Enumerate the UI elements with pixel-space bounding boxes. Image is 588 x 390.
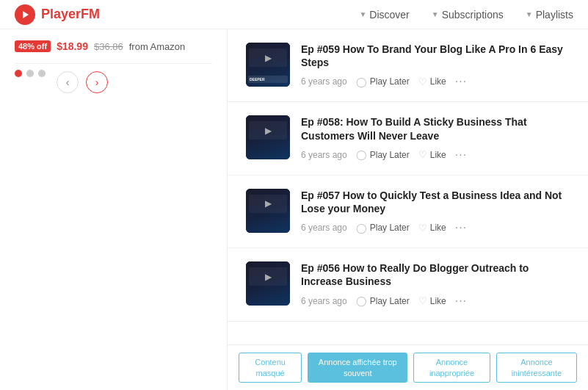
logo-icon — [15, 4, 35, 25]
episode-item: ▶ Ep #058: How To Build A Sticky Busines… — [228, 102, 588, 175]
chevron-down-icon: ▼ — [432, 10, 439, 18]
episode-meta: 6 years ago ◯ Play Later ♡ Like ··· — [301, 75, 570, 88]
clock-icon: ◯ — [356, 295, 367, 306]
nav-subscriptions[interactable]: ▼ Subscriptions — [432, 9, 504, 21]
episode-meta: 6 years ago ◯ Play Later ♡ Like ··· — [301, 148, 570, 162]
clock-icon: ◯ — [356, 149, 367, 160]
episode-time: 6 years ago — [301, 76, 347, 87]
play-later-button[interactable]: ◯ Play Later — [356, 223, 410, 234]
feedback-bar: Contenu masqué Annonce affichée trop sou… — [228, 344, 588, 390]
logo-text: PlayerFM — [41, 7, 100, 22]
discount-badge: 48% off — [15, 40, 51, 52]
more-button[interactable]: ··· — [455, 75, 467, 88]
episode-meta: 6 years ago ◯ Play Later ♡ Like ··· — [301, 221, 570, 234]
episode-time: 6 years ago — [301, 150, 347, 160]
left-panel: 48% off $18.99 $36.86 from Amazon ‹ › — [0, 29, 228, 390]
episode-thumbnail: ▶ — [246, 261, 290, 306]
play-later-button[interactable]: ◯ Play Later — [356, 76, 410, 87]
more-button[interactable]: ··· — [455, 295, 467, 308]
nav-arrows: ‹ › — [57, 71, 108, 93]
episode-item: DEEPER ▶ Ep #059 How To Brand Your Blog … — [228, 29, 588, 102]
next-button[interactable]: › — [86, 71, 108, 93]
episode-thumbnail: ▶ — [246, 189, 290, 233]
nav-discover[interactable]: ▼ Discover — [359, 9, 409, 21]
dot-1[interactable] — [15, 70, 22, 77]
header: PlayerFM ▼ Discover ▼ Subscriptions ▼ Pl… — [0, 0, 588, 29]
episode-item: ▶ Ep #057 How to Quickly Test a Business… — [228, 176, 588, 248]
heart-icon: ♡ — [418, 76, 427, 87]
play-later-button[interactable]: ◯ Play Later — [356, 149, 410, 160]
chevron-down-icon: ▼ — [526, 10, 533, 18]
episode-time: 6 years ago — [301, 223, 347, 233]
pagination-dots — [15, 70, 46, 77]
like-button[interactable]: ♡ Like — [418, 76, 446, 87]
episode-info: Ep #059 How To Brand Your Blog Like A Pr… — [301, 43, 570, 88]
more-button[interactable]: ··· — [455, 148, 467, 162]
main-container: 48% off $18.99 $36.86 from Amazon ‹ › — [0, 29, 588, 390]
episode-info: Ep #056 How to Really Do Blogger Outreac… — [301, 261, 570, 307]
heart-icon: ♡ — [418, 295, 427, 306]
heart-icon: ♡ — [418, 149, 427, 160]
feedback-uninteresting[interactable]: Annonce inintéressante — [496, 353, 577, 383]
ad-banner: 48% off $18.99 $36.86 from Amazon — [15, 40, 212, 64]
dot-2[interactable] — [26, 70, 34, 77]
svg-marker-0 — [23, 11, 29, 18]
like-button[interactable]: ♡ Like — [418, 295, 446, 306]
episode-time: 6 years ago — [301, 296, 347, 306]
like-button[interactable]: ♡ Like — [418, 149, 446, 160]
price-original: $36.86 — [94, 41, 123, 52]
nav-playlists[interactable]: ▼ Playlists — [526, 9, 573, 21]
chevron-down-icon: ▼ — [359, 10, 366, 18]
like-button[interactable]: ♡ Like — [418, 223, 446, 234]
episode-thumbnail: ▶ — [246, 115, 290, 159]
price-source: from Amazon — [129, 41, 186, 52]
right-panel: DEEPER ▶ Ep #059 How To Brand Your Blog … — [228, 29, 588, 390]
episode-info: Ep #057 How to Quickly Test a Business I… — [301, 189, 570, 234]
feedback-content-hidden[interactable]: Contenu masqué — [239, 353, 302, 383]
price-current: $18.99 — [57, 40, 88, 52]
nav-links: ▼ Discover ▼ Subscriptions ▼ Playlists — [359, 9, 573, 21]
episode-title: Ep #057 How to Quickly Test a Business I… — [301, 189, 570, 215]
episode-info: Ep #058: How To Build A Sticky Business … — [301, 115, 570, 161]
prev-button[interactable]: ‹ — [57, 71, 79, 93]
episode-item: ▶ Ep #056 How to Really Do Blogger Outre… — [228, 248, 588, 321]
clock-icon: ◯ — [356, 223, 367, 234]
feedback-too-often[interactable]: Annonce affichée trop souvent — [308, 353, 407, 383]
heart-icon: ♡ — [418, 223, 427, 234]
episode-title: Ep #056 How to Really Do Blogger Outreac… — [301, 261, 570, 288]
feedback-inappropriate[interactable]: Annonce inappropriée — [413, 353, 490, 383]
episode-title: Ep #059 How To Brand Your Blog Like A Pr… — [301, 43, 570, 69]
pagination-controls: ‹ › — [15, 64, 212, 93]
more-button[interactable]: ··· — [455, 221, 467, 234]
episode-title: Ep #058: How To Build A Sticky Business … — [301, 115, 570, 142]
clock-icon: ◯ — [356, 76, 367, 87]
dot-3[interactable] — [38, 70, 46, 77]
episode-thumbnail: DEEPER ▶ — [246, 43, 290, 87]
play-later-button[interactable]: ◯ Play Later — [356, 295, 410, 306]
episode-meta: 6 years ago ◯ Play Later ♡ Like ··· — [301, 295, 570, 308]
logo-area: PlayerFM — [15, 4, 100, 25]
